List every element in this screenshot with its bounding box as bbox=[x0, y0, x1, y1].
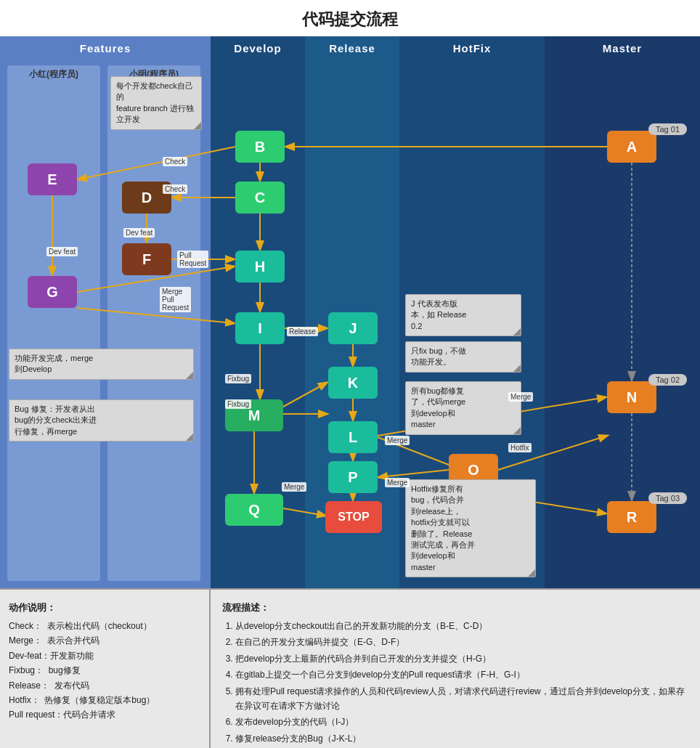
col-develop: Develop bbox=[211, 42, 305, 54]
arrow-merge1: Merge bbox=[385, 436, 410, 445]
col-release: Release bbox=[305, 42, 399, 54]
arrow-check2: Check bbox=[163, 184, 187, 194]
arrow-check1: Check bbox=[163, 157, 187, 166]
node-L: L bbox=[328, 421, 378, 453]
node-G: G bbox=[28, 276, 77, 308]
note-only-fix: 只fix bug，不做功能开发。 bbox=[405, 341, 521, 373]
node-R: R bbox=[607, 501, 656, 533]
bottom-left-content: Check： 表示检出代码（checkout） Merge： 表示合并代码 De… bbox=[9, 619, 200, 723]
node-J: J bbox=[328, 312, 378, 344]
node-H: H bbox=[235, 251, 285, 282]
step-6: 发布develop分支的代码（I-J） bbox=[235, 715, 688, 729]
tag-02: Tag 02 bbox=[648, 374, 687, 386]
step-1: 从develop分支checkout出自己的开发新功能的分支（B-E、C-D） bbox=[235, 619, 688, 633]
arrow-merge4: Merge bbox=[282, 482, 306, 492]
tag-03: Tag 03 bbox=[648, 492, 687, 504]
arrow-merge2: Merge bbox=[508, 392, 533, 402]
page-title: 代码提交流程 bbox=[0, 0, 700, 36]
note-hotfix-all: Hotfix修复所有bug，代码合并到release上，hotfix分支就可以删… bbox=[405, 479, 536, 577]
tag-01: Tag 01 bbox=[648, 123, 687, 135]
node-B: B bbox=[235, 131, 285, 163]
node-N: N bbox=[607, 381, 656, 413]
node-C: C bbox=[235, 182, 285, 214]
sublane-right: 小明(程序员) bbox=[107, 65, 200, 581]
note-all-bugs: 所有bug都修复了，代码merge到develop和master bbox=[405, 381, 521, 435]
arrow-hotfix: Hotfix bbox=[508, 443, 532, 452]
note-j-desc: J 代表发布版本，如 Release0.2 bbox=[405, 294, 521, 336]
sublane-left: 小红(程序员) bbox=[7, 65, 100, 581]
note-feature-desc: 每个开发都check自己的feature branch 进行独立开发 bbox=[110, 76, 202, 130]
arrow-merge-pr: MergePullRequest bbox=[160, 287, 191, 312]
arrow-fixbug2: Fixbug bbox=[225, 399, 251, 409]
bottom-left: 动作说明： Check： 表示检出代码（checkout） Merge： 表示合… bbox=[0, 590, 211, 748]
bottom-right: 流程描述： 从develop分支checkout出自己的开发新功能的分支（B-E… bbox=[211, 590, 700, 748]
bottom-left-title: 动作说明： bbox=[9, 600, 200, 616]
step-7: 修复release分支的Bug（J-K-L） bbox=[235, 731, 688, 746]
step-5: 拥有处理Pull request请求操作的人员和代码review人员，对请求代码… bbox=[235, 684, 688, 714]
node-Q: Q bbox=[225, 494, 283, 526]
sublane-left-label: 小红(程序员) bbox=[7, 65, 100, 84]
arrow-release: Release bbox=[287, 327, 318, 336]
node-P: P bbox=[328, 461, 378, 493]
step-3: 把develop分支上最新的代码合并到自己开发的分支并提交（H-G） bbox=[235, 651, 688, 666]
step-4: 在gitlab上提交一个自己分支到develop分支的Pull request请… bbox=[235, 667, 688, 682]
node-E: E bbox=[28, 163, 77, 195]
col-features: Features bbox=[0, 42, 211, 54]
col-hotfix: HotFix bbox=[399, 42, 545, 54]
step-2: 在自己的开发分支编码并提交（E-G、D-F） bbox=[235, 635, 688, 649]
main-diagram: Features Develop Release HotFix Master 小… bbox=[0, 36, 700, 588]
note-feature-complete: 功能开发完成，merge到Develop bbox=[9, 349, 194, 380]
node-F: F bbox=[122, 243, 171, 275]
node-A: A bbox=[607, 131, 656, 163]
arrow-pull-request: PullRequest bbox=[177, 251, 208, 268]
node-I: I bbox=[235, 312, 285, 344]
arrow-fixbug1: Fixbug bbox=[225, 374, 251, 383]
bottom-right-title: 流程描述： bbox=[222, 600, 688, 616]
bottom-section: 动作说明： Check： 表示检出代码（checkout） Merge： 表示合… bbox=[0, 588, 700, 748]
col-master: Master bbox=[545, 42, 700, 54]
arrow-merge3: Merge bbox=[385, 478, 410, 487]
node-STOP: STOP bbox=[325, 501, 382, 533]
arrow-dev-feat1: Dev feat bbox=[46, 247, 78, 256]
bottom-right-list: 从develop分支checkout出自己的开发新功能的分支（B-E、C-D） … bbox=[222, 619, 688, 748]
arrow-dev-feat2: Dev feat bbox=[123, 228, 155, 237]
note-bug-fix: Bug 修复：开发者从出bug的分支check出来进行修复，再merge bbox=[9, 399, 194, 442]
node-K: K bbox=[328, 367, 378, 399]
